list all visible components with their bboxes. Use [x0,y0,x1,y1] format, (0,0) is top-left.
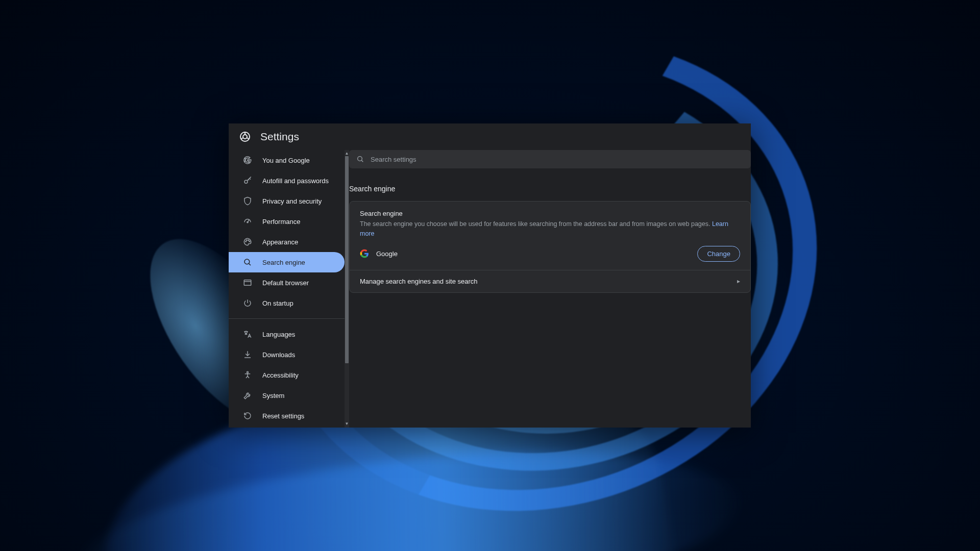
svg-line-12 [249,263,251,265]
scroll-down-arrow-icon[interactable]: ▼ [345,421,349,427]
accessibility-icon [243,370,252,380]
card-description: The search engine you choose will be use… [360,219,740,239]
scroll-thumb[interactable] [345,156,349,363]
settings-window: Settings You and GoogleAutofill and pass… [229,123,751,428]
sidebar-item-you-and-google[interactable]: You and Google [229,150,345,170]
sidebar-item-accessibility[interactable]: Accessibility [229,365,345,385]
sidebar-item-reset[interactable]: Reset settings [229,406,345,426]
sidebar-item-label: Appearance [262,238,298,246]
sidebar-scrollbar[interactable]: ▲ ▼ [345,150,349,428]
sidebar-item-label: Reset settings [262,412,304,420]
sidebar-item-label: You and Google [262,157,310,164]
svg-point-1 [243,135,247,139]
key-icon [243,176,252,185]
manage-search-engines-row[interactable]: Manage search engines and site search ▸ [350,270,750,292]
sidebar-item-on-startup[interactable]: On startup [229,293,345,313]
svg-rect-13 [244,280,251,286]
search-engine-card: Search engine The search engine you choo… [349,201,751,293]
svg-line-17 [361,160,363,162]
sidebar-item-default-browser[interactable]: Default browser [229,272,345,293]
window-header: Settings [229,123,751,150]
sidebar-item-performance[interactable]: Performance [229,211,345,232]
sidebar-item-label: Search engine [262,259,305,266]
power-icon [243,298,252,308]
svg-line-3 [247,138,249,139]
search-icon [356,155,364,163]
chevron-right-icon: ▸ [737,278,740,285]
search-settings-box[interactable] [349,150,751,168]
sidebar-divider [229,318,345,319]
sidebar-item-label: Privacy and security [262,197,322,205]
change-search-engine-button[interactable]: Change [697,246,740,262]
browser-window-icon [243,278,252,287]
svg-point-10 [249,241,250,242]
svg-point-7 [246,241,247,242]
sidebar-item-languages[interactable]: Languages [229,324,345,344]
card-heading: Search engine [360,210,740,217]
sidebar-item-label: Performance [262,218,300,226]
window-title: Settings [260,131,299,143]
sidebar-item-label: Downloads [262,351,295,359]
scroll-up-arrow-icon[interactable]: ▲ [345,151,349,156]
svg-point-9 [248,240,249,241]
translate-icon [243,330,252,339]
main-content: Search engine Search engine The search e… [349,150,751,428]
reset-icon [243,411,252,420]
sidebar-item-autofill[interactable]: Autofill and passwords [229,170,345,191]
scroll-track[interactable] [345,156,349,421]
manage-search-engines-label: Manage search engines and site search [360,278,478,285]
svg-point-15 [247,371,249,373]
shield-icon [243,196,252,206]
svg-point-16 [358,157,362,161]
sidebar-item-label: System [262,392,284,399]
settings-sidebar: You and GoogleAutofill and passwordsPriv… [229,150,345,428]
sidebar-item-appearance[interactable]: Appearance [229,232,345,252]
card-description-text: The search engine you choose will be use… [360,220,712,228]
sidebar-item-search-engine[interactable]: Search engine [229,252,345,272]
svg-point-8 [247,240,248,241]
sidebar-item-label: Autofill and passwords [262,177,329,185]
palette-icon [243,237,252,246]
download-icon [243,350,252,359]
sidebar-item-label: Accessibility [262,371,299,379]
google-g-icon [243,156,252,165]
svg-line-4 [241,138,243,139]
speedometer-icon [243,217,252,226]
search-settings-input[interactable] [371,156,744,163]
wrench-icon [243,391,252,400]
svg-point-11 [244,259,250,264]
current-search-engine: Google [376,250,398,258]
sidebar-item-label: Languages [262,331,295,338]
sidebar-item-privacy[interactable]: Privacy and security [229,191,345,211]
sidebar-item-label: Default browser [262,279,309,287]
google-logo-icon [360,249,369,258]
sidebar-item-system[interactable]: System [229,385,345,406]
section-title: Search engine [349,178,751,201]
sidebar-item-downloads[interactable]: Downloads [229,344,345,365]
sidebar-item-label: On startup [262,299,293,307]
search-icon [243,258,252,267]
chrome-icon [239,131,251,143]
